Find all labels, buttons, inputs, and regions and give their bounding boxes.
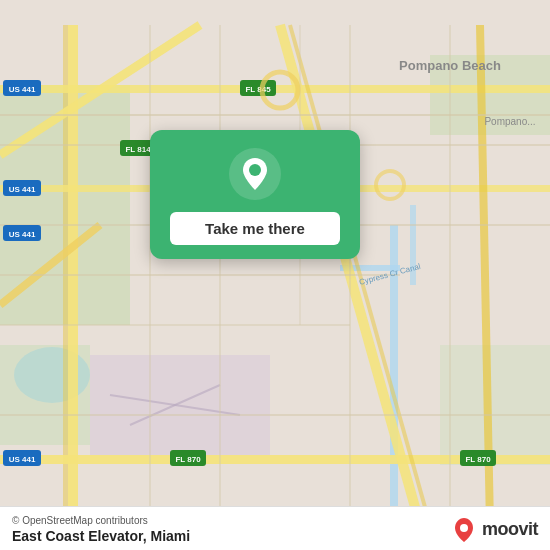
- action-card: Take me there: [150, 130, 360, 259]
- svg-text:FL 870: FL 870: [465, 455, 491, 464]
- moovit-logo: moovit: [450, 516, 538, 544]
- svg-rect-8: [440, 345, 550, 465]
- svg-text:Pompano...: Pompano...: [484, 116, 535, 127]
- svg-text:US 441: US 441: [9, 85, 36, 94]
- moovit-icon: [450, 516, 478, 544]
- svg-text:US 441: US 441: [9, 455, 36, 464]
- map-background: US 441 US 441 US 441 US 441 FL 845 FL 81…: [0, 0, 550, 550]
- map-container: US 441 US 441 US 441 US 441 FL 845 FL 81…: [0, 0, 550, 550]
- svg-text:Pompano Beach: Pompano Beach: [399, 58, 501, 73]
- svg-text:FL 845: FL 845: [245, 85, 271, 94]
- svg-point-56: [460, 524, 468, 532]
- svg-text:FL 870: FL 870: [175, 455, 201, 464]
- moovit-brand-label: moovit: [482, 519, 538, 540]
- take-me-there-button[interactable]: Take me there: [170, 212, 340, 245]
- location-label: East Coast Elevator, Miami: [12, 528, 190, 544]
- svg-point-55: [249, 164, 261, 176]
- bottom-left-info: © OpenStreetMap contributors East Coast …: [12, 515, 190, 544]
- location-pin-icon: [229, 148, 281, 200]
- map-attribution: © OpenStreetMap contributors: [12, 515, 190, 526]
- bottom-bar: © OpenStreetMap contributors East Coast …: [0, 506, 550, 550]
- svg-text:US 441: US 441: [9, 230, 36, 239]
- svg-text:US 441: US 441: [9, 185, 36, 194]
- svg-text:FL 814: FL 814: [125, 145, 151, 154]
